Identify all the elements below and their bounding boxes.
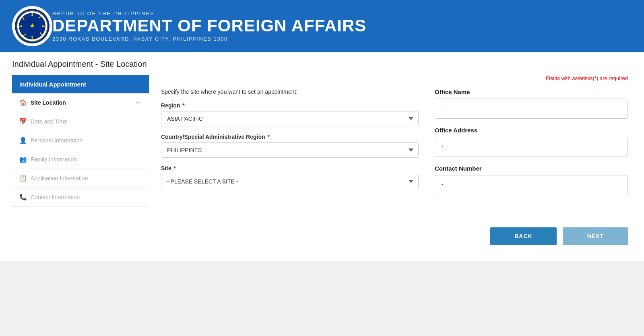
office-name-value: -: [435, 99, 628, 119]
header-text-block: Republic of the Philippines Department o…: [52, 10, 366, 42]
form-main: Specify the site where you want to set a…: [161, 89, 628, 203]
family-icon: 👥: [19, 156, 27, 163]
republic-label: Republic of the Philippines: [52, 10, 366, 16]
sidebar-item-contact-information[interactable]: 📞 Contact Information: [12, 188, 149, 207]
address-label: 2330 Roxas Boulevard, Pasay City, Philip…: [52, 36, 366, 42]
svg-text:★: ★: [29, 22, 35, 29]
form-left: Specify the site where you want to set a…: [161, 89, 419, 203]
calendar-icon: 📅: [19, 118, 27, 125]
office-address-group: Office Address -: [435, 127, 628, 157]
region-select[interactable]: ASIA PACIFIC NCR LUZON VISAYAS MINDANAO: [161, 111, 419, 126]
country-label: Country/Special Administrative Region *: [161, 134, 419, 140]
sidebar-arrow-icon: ←: [135, 99, 142, 106]
content-area: Fields with asterisks(*) are required Sp…: [157, 75, 632, 253]
office-address-value: -: [435, 137, 628, 157]
country-select[interactable]: PHILIPPINES JAPAN USA AUSTRALIA: [161, 142, 419, 158]
region-label: Region *: [161, 102, 419, 109]
sidebar-label-application-information: Application Information: [31, 175, 88, 181]
page-body: Individual Appointment - Site Location I…: [0, 52, 644, 261]
sidebar-item-family-information[interactable]: 👥 Family Information: [12, 150, 149, 169]
contact-number-value: -: [435, 175, 628, 195]
page-title: Individual Appointment - Site Location: [12, 60, 632, 69]
dept-label: Department of Foreign Affairs: [52, 16, 366, 35]
buttons-area: BACK NEXT: [161, 227, 628, 253]
sidebar-label-date-and-time: Date and Time: [31, 118, 67, 125]
sidebar-label-contact-information: Contact Information: [31, 194, 80, 200]
clipboard-icon: 📋: [19, 175, 27, 182]
sidebar-item-personal-information[interactable]: 👤 Personal Information: [12, 131, 149, 150]
site-label: Site *: [161, 165, 419, 171]
form-right: Office Name - Office Address - Contact N…: [435, 89, 628, 203]
country-group: Country/Special Administrative Region * …: [161, 134, 419, 158]
contact-number-label: Contact Number: [435, 165, 628, 172]
contact-number-group: Contact Number -: [435, 165, 628, 195]
back-button[interactable]: BACK: [490, 227, 556, 245]
sidebar-label-site-location: Site Location: [31, 99, 66, 106]
sidebar-item-application-information[interactable]: 📋 Application Information: [12, 169, 149, 188]
office-name-group: Office Name -: [435, 89, 628, 119]
home-icon: 🏠: [19, 99, 27, 106]
next-button[interactable]: NEXT: [563, 227, 628, 245]
svg-text:PHILIPPINES: PHILIPPINES: [26, 36, 39, 39]
main-layout: Individual Appointment 🏠 Site Location ←…: [12, 75, 632, 253]
person-icon: 👤: [19, 137, 27, 144]
site-select[interactable]: - PLEASE SELECT A SITE -: [161, 174, 419, 189]
dfa-logo: ⚜ ★ PHILIPPINES: [12, 6, 52, 46]
office-name-label: Office Name: [435, 89, 628, 95]
site-group: Site * - PLEASE SELECT A SITE -: [161, 165, 419, 189]
sidebar: Individual Appointment 🏠 Site Location ←…: [12, 75, 149, 253]
sidebar-label-personal-information: Personal Information: [31, 137, 83, 144]
required-note: Fields with asterisks(*) are required: [161, 75, 628, 81]
page-header: ⚜ ★ PHILIPPINES Republic of the Philippi…: [0, 0, 644, 52]
phone-icon: 📞: [19, 194, 27, 201]
region-group: Region * ASIA PACIFIC NCR LUZON VISAYAS …: [161, 102, 419, 126]
sidebar-item-date-and-time[interactable]: 📅 Date and Time: [12, 112, 149, 131]
sidebar-header[interactable]: Individual Appointment: [12, 75, 149, 93]
sidebar-label-family-information: Family Information: [31, 156, 77, 163]
form-instruction: Specify the site where you want to set a…: [161, 89, 419, 95]
sidebar-item-site-location[interactable]: 🏠 Site Location ←: [12, 93, 149, 112]
office-address-label: Office Address: [435, 127, 628, 134]
